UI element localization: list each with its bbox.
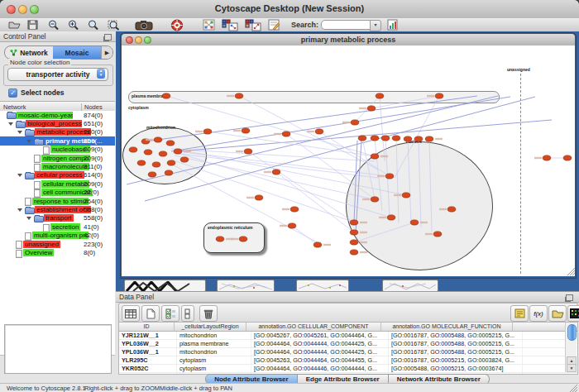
network-node[interactable] xyxy=(282,131,290,136)
disclosure-triangle-icon[interactable] xyxy=(26,140,31,143)
new-attribute-button[interactable] xyxy=(141,305,160,322)
network-node[interactable] xyxy=(392,136,400,141)
window-titlebar[interactable]: Cytoscape Desktop (New Session) xyxy=(0,0,579,19)
disclosure-triangle-icon[interactable] xyxy=(26,217,31,220)
tree-row[interactable]: cell communicat22(0) xyxy=(0,189,115,197)
select-nodes-checkbox[interactable]: ✓ xyxy=(8,88,17,98)
network-edge[interactable] xyxy=(292,226,318,245)
network-node[interactable] xyxy=(180,157,189,162)
network-node[interactable] xyxy=(235,93,243,98)
tree-row[interactable]: multi-organism pro42(0) xyxy=(0,232,115,240)
table-cell[interactable]: [GO:0044464, GO:0044444, GO:0044425, G..… xyxy=(251,348,389,356)
network-edge[interactable] xyxy=(276,172,354,232)
table-row[interactable]: YJR121W__1mitochondrion[GO:0045267, GO:0… xyxy=(119,332,577,340)
vizmapper-edge-button[interactable] xyxy=(243,19,263,31)
table-cell[interactable]: [GO:0044464, GO:0044446, GO:0044444, G..… xyxy=(251,365,389,372)
scroll-down-icon[interactable]: ▼ xyxy=(567,364,577,372)
network-edge[interactable] xyxy=(362,138,375,199)
network-node[interactable] xyxy=(350,230,358,235)
tree-row[interactable]: nucleobase-209(0) xyxy=(0,146,115,154)
tree-row[interactable]: unassigned223(0) xyxy=(0,240,115,248)
network-node[interactable] xyxy=(144,150,152,155)
network-node[interactable] xyxy=(371,136,379,141)
network-edge[interactable] xyxy=(178,153,391,218)
tree-row[interactable]: secretion41(0) xyxy=(0,222,115,231)
network-node[interactable] xyxy=(435,93,443,98)
minimized-window[interactable] xyxy=(382,280,438,292)
open-button[interactable] xyxy=(7,19,22,31)
network-node[interactable] xyxy=(174,149,182,154)
network-node[interactable] xyxy=(402,193,410,198)
tab-network[interactable]: Network xyxy=(5,46,53,59)
search-dropdown-arrow[interactable]: ▾ xyxy=(370,20,381,31)
network-canvas[interactable]: plasma membrane cytoplasm mitochondrion … xyxy=(122,45,575,276)
table-cell[interactable]: cytoplasm xyxy=(177,356,251,364)
annotation-button[interactable] xyxy=(266,19,281,31)
table-cell[interactable]: mitochondrion xyxy=(177,332,251,339)
column-header[interactable]: ID xyxy=(119,323,175,331)
network-node[interactable] xyxy=(255,195,263,200)
table-cell[interactable]: YJR121W__1 xyxy=(119,332,177,339)
network-node[interactable] xyxy=(367,106,376,111)
network-node[interactable] xyxy=(371,197,379,202)
disclosure-triangle-icon[interactable] xyxy=(8,122,13,126)
table-cell[interactable]: YPL036W__1 xyxy=(119,348,177,356)
import-attributes-button[interactable] xyxy=(548,305,567,322)
tree-column-network[interactable]: Network xyxy=(3,103,26,111)
delete-attribute-button[interactable] xyxy=(199,305,218,322)
network-node[interactable] xyxy=(242,128,250,133)
disclosure-triangle-icon[interactable] xyxy=(17,208,22,212)
network-node[interactable] xyxy=(447,207,456,212)
table-cell[interactable]: [GO:0044464, GO:0044444, GO:0044425, G..… xyxy=(251,340,389,347)
window-resize-grip[interactable] xyxy=(569,385,577,392)
network-node[interactable] xyxy=(159,151,167,156)
table-cell[interactable]: [GO:0016787, GO:0005215, GO:0003824, G..… xyxy=(389,356,523,364)
network-node[interactable] xyxy=(381,136,390,141)
table-cell[interactable]: [GO:0016787, GO:0005488, GO:0005215, G..… xyxy=(389,340,523,347)
network-node[interactable] xyxy=(166,141,175,146)
network-window-titlebar[interactable]: primary metabolic process xyxy=(122,34,575,46)
network-node[interactable] xyxy=(351,120,359,125)
vizmapper-node-button[interactable] xyxy=(220,19,240,31)
network-node[interactable] xyxy=(203,129,212,134)
network-edge[interactable] xyxy=(248,151,354,222)
help-button[interactable] xyxy=(168,19,186,31)
network-node[interactable] xyxy=(350,240,358,245)
tree-row[interactable]: cellular metabo209(0) xyxy=(0,179,115,188)
column-header[interactable]: annotation.GO MOLECULAR_FUNCTION xyxy=(381,323,513,331)
attribute-matrix-button[interactable] xyxy=(567,305,579,322)
tree-row[interactable]: mosaic-demo-yeast874(0) xyxy=(0,111,115,119)
snapshot-button[interactable] xyxy=(134,19,154,31)
minimized-window[interactable] xyxy=(124,280,206,292)
formula-button[interactable]: f(x) xyxy=(529,305,548,322)
network-node[interactable] xyxy=(154,137,162,142)
network-view-button[interactable] xyxy=(201,19,216,31)
birds-eye-view[interactable] xyxy=(4,324,112,374)
table-cell[interactable]: [GO:0045263, GO:0044464, GO:0044455, G..… xyxy=(251,356,389,364)
network-node[interactable] xyxy=(410,220,419,225)
unselect-attributes-button[interactable] xyxy=(181,305,194,322)
tree-row[interactable]: macromolecule311(0) xyxy=(0,162,115,170)
network-edge[interactable] xyxy=(170,163,320,244)
network-node[interactable] xyxy=(385,174,394,179)
network-node[interactable] xyxy=(376,93,384,98)
resize-grip-icon[interactable] xyxy=(567,268,575,275)
save-button[interactable] xyxy=(25,19,40,31)
table-row[interactable]: YLR295Ccytoplasm[GO:0045263, GO:0044464,… xyxy=(119,356,577,365)
zoom-in-button[interactable] xyxy=(66,19,81,31)
table-cell[interactable]: plasma membrane xyxy=(177,340,251,347)
table-cell[interactable]: YPL036W__2 xyxy=(119,340,177,347)
table-row[interactable]: YPL036W__1mitochondrion[GO:0044464, GO:0… xyxy=(119,348,577,356)
network-node[interactable] xyxy=(350,250,358,255)
network-node[interactable] xyxy=(358,136,366,141)
network-node[interactable] xyxy=(387,215,395,220)
network-node[interactable] xyxy=(313,242,322,247)
network-node[interactable] xyxy=(152,162,160,167)
network-node[interactable] xyxy=(371,154,379,159)
float-panel-icon[interactable] xyxy=(104,34,112,41)
network-node[interactable] xyxy=(414,136,423,141)
network-node[interactable] xyxy=(425,136,433,141)
tab-overflow-arrow[interactable]: ▶ xyxy=(101,46,112,59)
network-edge[interactable] xyxy=(171,97,510,151)
node-color-dropdown[interactable]: transporter activity xyxy=(7,68,108,81)
